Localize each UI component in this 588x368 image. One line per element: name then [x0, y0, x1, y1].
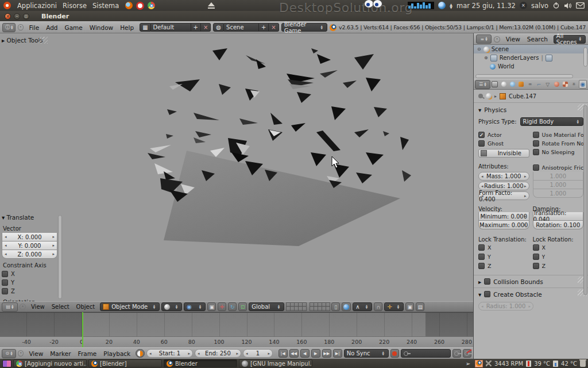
jump-to-end-button[interactable]: ▶| — [333, 349, 342, 358]
me-menu-icon[interactable]: × — [520, 2, 527, 9]
ghost-checkbox[interactable] — [478, 140, 485, 147]
timeline-menu-item[interactable]: Marker — [47, 350, 74, 357]
show-desktop-button[interactable] — [2, 360, 11, 367]
panel-menu-item[interactable]: Applicazioni — [14, 2, 60, 10]
shading-select[interactable]: ▲▼ — [161, 302, 182, 311]
window-close-button[interactable]: × — [5, 13, 11, 20]
taskbar-item-gimp[interactable]: [GNU Image Manipul... — [239, 359, 312, 367]
manipulator-scale-button[interactable]: ⊡ — [238, 302, 247, 311]
collision-bounds-checkbox[interactable] — [484, 278, 490, 285]
eject-icon[interactable] — [208, 2, 215, 6]
engine-select[interactable]: Blender Game▲▼ — [281, 23, 327, 32]
axis-checkbox[interactable] — [2, 279, 8, 286]
current-frame-field[interactable]: ◂1▸ — [243, 349, 273, 358]
actor-checkbox[interactable]: ✓ — [478, 132, 485, 138]
tray-blender-icon[interactable] — [475, 360, 483, 367]
window-minimize-button[interactable]: – — [14, 13, 20, 20]
lock-axis-checkbox[interactable] — [478, 254, 485, 260]
physics-checkbox[interactable] — [533, 149, 539, 155]
mail-icon[interactable] — [576, 2, 585, 9]
viewport-shading-ball[interactable] — [342, 302, 351, 311]
insert-keyframe-button[interactable] — [452, 349, 461, 358]
physics-panel-header[interactable]: ▾ Physics — [478, 105, 583, 114]
breadcrumb-scene-icon[interactable] — [486, 93, 492, 99]
timeline-menu-item[interactable]: Frame — [75, 350, 100, 357]
timeline-collapse-icon[interactable]: • — [18, 350, 24, 356]
attribute-slider[interactable]: ◂Form Facto: 0.400▸ — [478, 191, 529, 200]
axis-checkbox[interactable] — [2, 288, 8, 294]
power-icon[interactable] — [552, 2, 560, 9]
info-menu-item[interactable]: Help — [117, 24, 137, 31]
damping-field[interactable]: Rotation: 0.100 — [533, 221, 584, 229]
physics-checkbox[interactable] — [533, 140, 539, 147]
manipulator-translate-button[interactable]: ✛ — [218, 302, 226, 311]
proportional-edit-select[interactable]: ∧▲▼ — [353, 302, 372, 311]
add-layout-button[interactable]: + — [191, 23, 201, 32]
tab-physics[interactable]: ◉ — [579, 80, 587, 89]
render-opengl-button[interactable]: ▣ — [405, 302, 414, 311]
tab-world[interactable] — [508, 80, 516, 89]
manipulator-rotate-button[interactable]: ↻ — [228, 302, 237, 311]
delete-keyframe-button[interactable] — [463, 349, 471, 358]
next-keyframe-button[interactable]: ▶▶ — [322, 349, 331, 358]
tool-shelf-scrollbar[interactable] — [58, 215, 62, 299]
anisotropic-checkbox[interactable] — [533, 164, 539, 171]
timeline-menu-item[interactable]: Playback — [100, 350, 134, 357]
layers-group-2[interactable] — [310, 303, 330, 311]
window-titlebar[interactable]: × – ▫ Blender — [0, 11, 588, 21]
properties-editor-type-button[interactable]: ☰▲▼ — [475, 80, 490, 89]
opera-launcher-icon[interactable] — [136, 2, 144, 10]
timeline-menu-item[interactable]: View — [25, 350, 47, 357]
timeline-editor-type-button[interactable]: ⊙▲▼ — [2, 349, 16, 358]
view3d-menu-item[interactable]: View — [28, 304, 48, 310]
create-obstacle-checkbox[interactable] — [484, 291, 490, 297]
lock-axis-checkbox[interactable] — [478, 244, 485, 251]
tab-scene[interactable] — [500, 80, 508, 89]
pivot-select[interactable]: ◉▲▼ — [184, 302, 206, 311]
info-menu-item[interactable]: Window — [86, 24, 117, 31]
velocity-field[interactable]: ◂Maximum: 0.000▸ — [478, 221, 529, 229]
firefox-launcher-icon[interactable] — [125, 2, 133, 9]
sync-select[interactable]: No Sync▲▼ — [344, 349, 389, 358]
info-menu-item[interactable]: Add — [42, 24, 61, 31]
collision-bounds-panel[interactable]: ▸ Collision Bounds — [474, 275, 588, 288]
taskbar-item-blender-file[interactable]: [Blender] — [88, 359, 162, 367]
damping-field[interactable]: Translation: 0.040 — [533, 212, 584, 221]
orientation-select[interactable]: Global▲▼ — [249, 302, 284, 311]
expander-icon[interactable]: ⊕ — [484, 55, 488, 60]
lock-axis-checkbox[interactable] — [478, 263, 485, 269]
tab-modifiers[interactable]: ⌐ — [535, 80, 543, 89]
taskbar-item-blender-active[interactable]: Blender — [164, 359, 237, 367]
view3d-editor-type-button[interactable]: ▤▲▼ — [2, 302, 18, 312]
prev-keyframe-button[interactable]: ◀◀ — [289, 349, 299, 358]
tab-texture[interactable] — [561, 80, 569, 89]
user-menu[interactable]: salvo — [531, 2, 548, 10]
pin-icon[interactable] — [478, 94, 483, 98]
tab-data[interactable]: ▽ — [544, 80, 552, 89]
editor-type-button[interactable]: ⓘ▲▼ — [2, 23, 16, 32]
renderlayer-toggle-icon[interactable] — [546, 55, 552, 62]
attribute-slider[interactable]: ◂Mass: 1.000▸ — [478, 172, 529, 181]
chrome-launcher-icon[interactable] — [148, 2, 155, 9]
ubuntu-logo-icon[interactable] — [3, 2, 11, 9]
vector-field[interactable]: ◂Z: 0.000▸ — [2, 250, 57, 259]
lock-axis-checkbox[interactable] — [533, 254, 539, 260]
tab-object[interactable] — [517, 80, 525, 89]
clock[interactable]: mar 25 giu, 11.32 — [457, 2, 516, 10]
jump-to-start-button[interactable]: |◀ — [278, 349, 288, 358]
tab-constraints[interactable]: ∞ — [526, 80, 534, 89]
snap-element-select[interactable]: ✛▲▼ — [384, 302, 404, 311]
axis-checkbox[interactable] — [2, 271, 8, 277]
view3d-collapse-icon[interactable]: • — [20, 304, 26, 310]
render-opengl-anim-button[interactable]: ▤ — [416, 302, 424, 311]
object-tools-panel-header[interactable]: ▸ Object Tools — [2, 37, 43, 44]
window-maximize-button[interactable]: ▫ — [23, 13, 29, 20]
frame-start-field[interactable]: ◂Start: 1▸ — [146, 349, 193, 358]
vector-field[interactable]: ◂X: 0.000▸ — [2, 233, 57, 241]
velocity-field[interactable]: ◂Minimum: 0.000▸ — [478, 212, 529, 221]
tray-arrow-icon[interactable]: ➢ — [464, 360, 472, 367]
view3d-menu-item[interactable]: Select — [48, 304, 73, 310]
panel-menu-item[interactable]: Risorse — [60, 2, 90, 10]
system-monitor-applet[interactable] — [408, 2, 434, 9]
tab-render[interactable] — [491, 80, 499, 89]
